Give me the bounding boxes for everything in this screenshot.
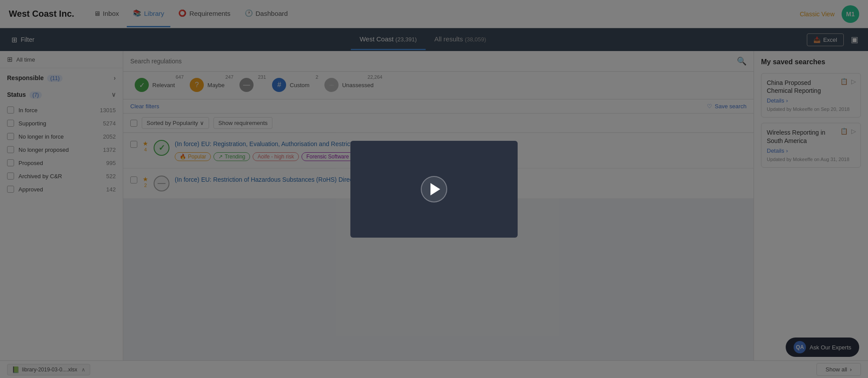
play-button[interactable]: [421, 176, 447, 202]
video-overlay[interactable]: [0, 0, 868, 378]
play-triangle-icon: [430, 183, 440, 195]
video-player[interactable]: [350, 141, 518, 238]
